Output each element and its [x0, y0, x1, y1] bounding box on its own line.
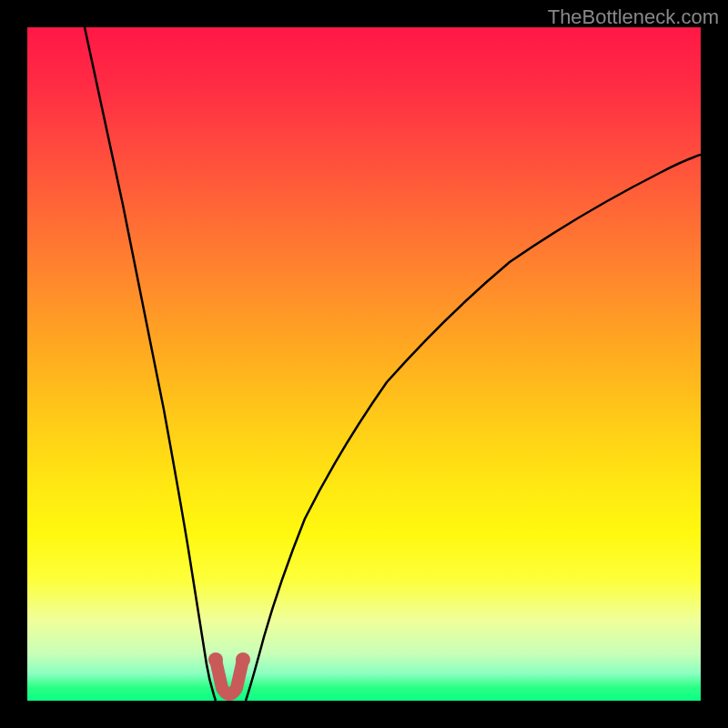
- watermark-text: TheBottleneck.com: [548, 5, 719, 29]
- chart-area: [27, 27, 701, 701]
- chart-svg: [27, 27, 701, 701]
- left-curve: [85, 27, 216, 701]
- right-curve: [246, 155, 701, 701]
- valley-marker: [216, 660, 243, 694]
